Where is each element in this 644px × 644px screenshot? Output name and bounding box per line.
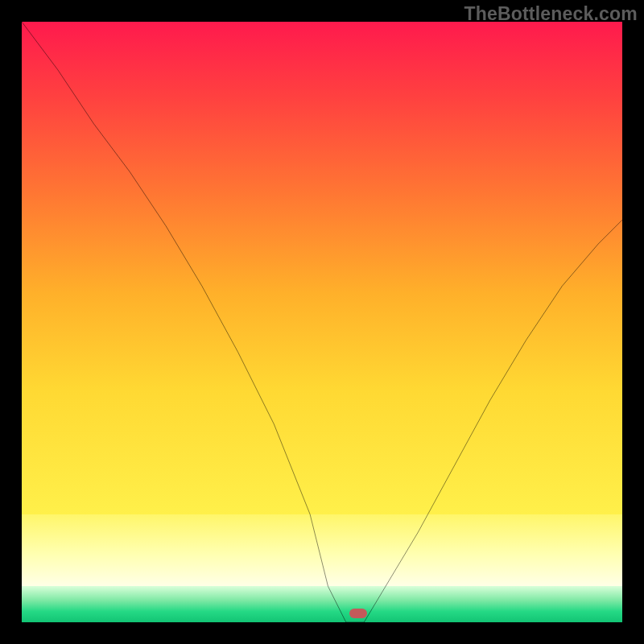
- minimum-marker: [349, 609, 367, 618]
- chart-frame: TheBottleneck.com: [0, 0, 644, 644]
- plot-area: [22, 22, 622, 622]
- bottleneck-curve: [22, 22, 622, 622]
